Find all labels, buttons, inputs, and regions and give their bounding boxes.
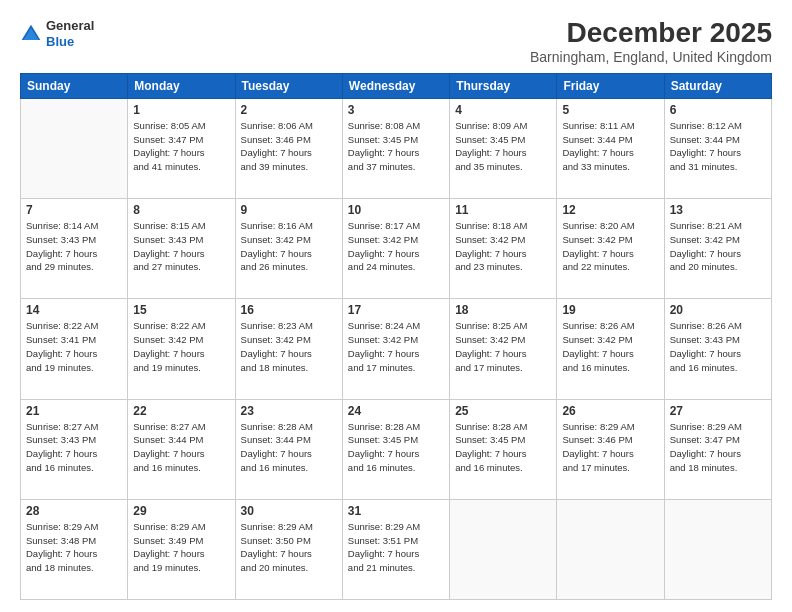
calendar-cell: 28Sunrise: 8:29 AM Sunset: 3:48 PM Dayli… — [21, 499, 128, 599]
day-info: Sunrise: 8:27 AM Sunset: 3:44 PM Dayligh… — [133, 420, 229, 475]
day-info: Sunrise: 8:29 AM Sunset: 3:48 PM Dayligh… — [26, 520, 122, 575]
day-number: 8 — [133, 203, 229, 217]
day-info: Sunrise: 8:05 AM Sunset: 3:47 PM Dayligh… — [133, 119, 229, 174]
calendar-cell: 14Sunrise: 8:22 AM Sunset: 3:41 PM Dayli… — [21, 299, 128, 399]
day-info: Sunrise: 8:25 AM Sunset: 3:42 PM Dayligh… — [455, 319, 551, 374]
calendar-cell — [450, 499, 557, 599]
day-info: Sunrise: 8:09 AM Sunset: 3:45 PM Dayligh… — [455, 119, 551, 174]
calendar-cell: 26Sunrise: 8:29 AM Sunset: 3:46 PM Dayli… — [557, 399, 664, 499]
day-info: Sunrise: 8:16 AM Sunset: 3:42 PM Dayligh… — [241, 219, 337, 274]
day-info: Sunrise: 8:28 AM Sunset: 3:45 PM Dayligh… — [348, 420, 444, 475]
calendar-cell: 1Sunrise: 8:05 AM Sunset: 3:47 PM Daylig… — [128, 98, 235, 198]
calendar-week-row: 14Sunrise: 8:22 AM Sunset: 3:41 PM Dayli… — [21, 299, 772, 399]
day-number: 19 — [562, 303, 658, 317]
day-info: Sunrise: 8:08 AM Sunset: 3:45 PM Dayligh… — [348, 119, 444, 174]
day-number: 7 — [26, 203, 122, 217]
day-number: 14 — [26, 303, 122, 317]
day-number: 12 — [562, 203, 658, 217]
day-number: 1 — [133, 103, 229, 117]
calendar-header-row: SundayMondayTuesdayWednesdayThursdayFrid… — [21, 73, 772, 98]
day-number: 9 — [241, 203, 337, 217]
day-info: Sunrise: 8:11 AM Sunset: 3:44 PM Dayligh… — [562, 119, 658, 174]
day-info: Sunrise: 8:28 AM Sunset: 3:45 PM Dayligh… — [455, 420, 551, 475]
logo-icon — [20, 23, 42, 45]
day-number: 25 — [455, 404, 551, 418]
day-info: Sunrise: 8:20 AM Sunset: 3:42 PM Dayligh… — [562, 219, 658, 274]
day-info: Sunrise: 8:29 AM Sunset: 3:51 PM Dayligh… — [348, 520, 444, 575]
day-number: 23 — [241, 404, 337, 418]
day-info: Sunrise: 8:29 AM Sunset: 3:46 PM Dayligh… — [562, 420, 658, 475]
day-info: Sunrise: 8:06 AM Sunset: 3:46 PM Dayligh… — [241, 119, 337, 174]
day-number: 16 — [241, 303, 337, 317]
day-number: 24 — [348, 404, 444, 418]
page: General Blue December 2025 Barningham, E… — [0, 0, 792, 612]
calendar-cell: 4Sunrise: 8:09 AM Sunset: 3:45 PM Daylig… — [450, 98, 557, 198]
calendar-cell: 13Sunrise: 8:21 AM Sunset: 3:42 PM Dayli… — [664, 199, 771, 299]
header: General Blue December 2025 Barningham, E… — [20, 18, 772, 65]
day-info: Sunrise: 8:29 AM Sunset: 3:50 PM Dayligh… — [241, 520, 337, 575]
calendar-week-row: 21Sunrise: 8:27 AM Sunset: 3:43 PM Dayli… — [21, 399, 772, 499]
calendar-cell: 27Sunrise: 8:29 AM Sunset: 3:47 PM Dayli… — [664, 399, 771, 499]
calendar-cell: 18Sunrise: 8:25 AM Sunset: 3:42 PM Dayli… — [450, 299, 557, 399]
calendar-cell — [664, 499, 771, 599]
month-title: December 2025 — [530, 18, 772, 49]
day-info: Sunrise: 8:28 AM Sunset: 3:44 PM Dayligh… — [241, 420, 337, 475]
day-info: Sunrise: 8:22 AM Sunset: 3:42 PM Dayligh… — [133, 319, 229, 374]
weekday-header: Tuesday — [235, 73, 342, 98]
day-number: 4 — [455, 103, 551, 117]
weekday-header: Wednesday — [342, 73, 449, 98]
calendar-cell: 22Sunrise: 8:27 AM Sunset: 3:44 PM Dayli… — [128, 399, 235, 499]
calendar-cell: 21Sunrise: 8:27 AM Sunset: 3:43 PM Dayli… — [21, 399, 128, 499]
calendar-week-row: 1Sunrise: 8:05 AM Sunset: 3:47 PM Daylig… — [21, 98, 772, 198]
day-number: 6 — [670, 103, 766, 117]
day-number: 29 — [133, 504, 229, 518]
logo-general: General — [46, 18, 94, 33]
calendar-cell — [21, 98, 128, 198]
calendar-cell: 8Sunrise: 8:15 AM Sunset: 3:43 PM Daylig… — [128, 199, 235, 299]
day-info: Sunrise: 8:23 AM Sunset: 3:42 PM Dayligh… — [241, 319, 337, 374]
day-info: Sunrise: 8:22 AM Sunset: 3:41 PM Dayligh… — [26, 319, 122, 374]
day-number: 26 — [562, 404, 658, 418]
day-number: 31 — [348, 504, 444, 518]
weekday-header: Thursday — [450, 73, 557, 98]
calendar-cell: 2Sunrise: 8:06 AM Sunset: 3:46 PM Daylig… — [235, 98, 342, 198]
day-info: Sunrise: 8:27 AM Sunset: 3:43 PM Dayligh… — [26, 420, 122, 475]
logo: General Blue — [20, 18, 94, 49]
day-info: Sunrise: 8:15 AM Sunset: 3:43 PM Dayligh… — [133, 219, 229, 274]
day-number: 17 — [348, 303, 444, 317]
day-info: Sunrise: 8:29 AM Sunset: 3:47 PM Dayligh… — [670, 420, 766, 475]
day-number: 3 — [348, 103, 444, 117]
day-info: Sunrise: 8:26 AM Sunset: 3:42 PM Dayligh… — [562, 319, 658, 374]
calendar-week-row: 7Sunrise: 8:14 AM Sunset: 3:43 PM Daylig… — [21, 199, 772, 299]
day-number: 18 — [455, 303, 551, 317]
day-info: Sunrise: 8:18 AM Sunset: 3:42 PM Dayligh… — [455, 219, 551, 274]
calendar-cell: 19Sunrise: 8:26 AM Sunset: 3:42 PM Dayli… — [557, 299, 664, 399]
day-number: 11 — [455, 203, 551, 217]
day-number: 30 — [241, 504, 337, 518]
day-number: 20 — [670, 303, 766, 317]
calendar-cell: 7Sunrise: 8:14 AM Sunset: 3:43 PM Daylig… — [21, 199, 128, 299]
weekday-header: Sunday — [21, 73, 128, 98]
calendar-cell: 17Sunrise: 8:24 AM Sunset: 3:42 PM Dayli… — [342, 299, 449, 399]
calendar-cell: 11Sunrise: 8:18 AM Sunset: 3:42 PM Dayli… — [450, 199, 557, 299]
day-info: Sunrise: 8:17 AM Sunset: 3:42 PM Dayligh… — [348, 219, 444, 274]
day-info: Sunrise: 8:26 AM Sunset: 3:43 PM Dayligh… — [670, 319, 766, 374]
calendar-table: SundayMondayTuesdayWednesdayThursdayFrid… — [20, 73, 772, 600]
day-info: Sunrise: 8:21 AM Sunset: 3:42 PM Dayligh… — [670, 219, 766, 274]
day-number: 22 — [133, 404, 229, 418]
calendar-cell: 10Sunrise: 8:17 AM Sunset: 3:42 PM Dayli… — [342, 199, 449, 299]
calendar-cell: 25Sunrise: 8:28 AM Sunset: 3:45 PM Dayli… — [450, 399, 557, 499]
day-number: 5 — [562, 103, 658, 117]
day-number: 21 — [26, 404, 122, 418]
calendar-cell: 3Sunrise: 8:08 AM Sunset: 3:45 PM Daylig… — [342, 98, 449, 198]
calendar-week-row: 28Sunrise: 8:29 AM Sunset: 3:48 PM Dayli… — [21, 499, 772, 599]
calendar-cell: 30Sunrise: 8:29 AM Sunset: 3:50 PM Dayli… — [235, 499, 342, 599]
day-info: Sunrise: 8:14 AM Sunset: 3:43 PM Dayligh… — [26, 219, 122, 274]
weekday-header: Friday — [557, 73, 664, 98]
day-number: 27 — [670, 404, 766, 418]
calendar-cell: 31Sunrise: 8:29 AM Sunset: 3:51 PM Dayli… — [342, 499, 449, 599]
calendar-cell: 5Sunrise: 8:11 AM Sunset: 3:44 PM Daylig… — [557, 98, 664, 198]
day-info: Sunrise: 8:12 AM Sunset: 3:44 PM Dayligh… — [670, 119, 766, 174]
weekday-header: Monday — [128, 73, 235, 98]
day-number: 15 — [133, 303, 229, 317]
